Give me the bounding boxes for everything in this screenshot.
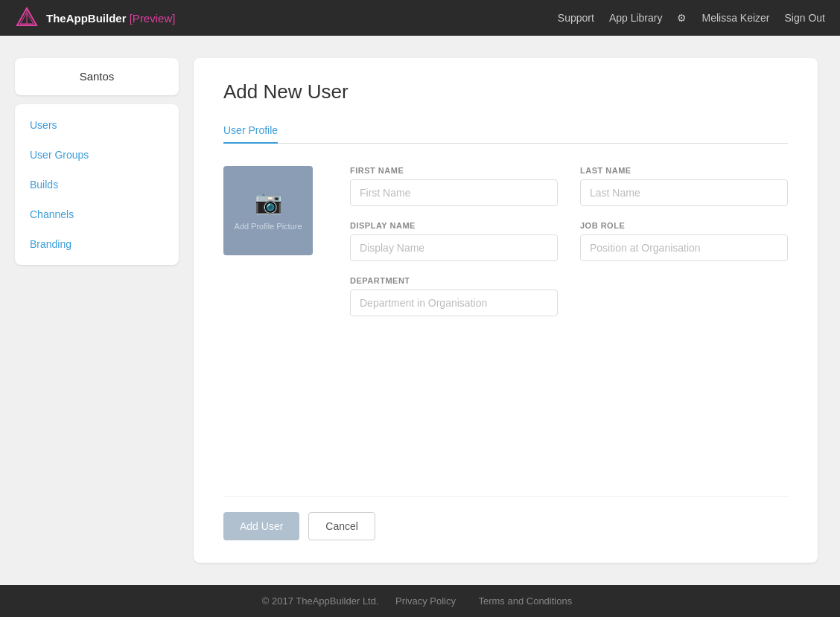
camera-icon: 📷: [255, 189, 282, 215]
header: TheAppBuilder [Preview] Support App Libr…: [0, 0, 840, 36]
tabs: User Profile: [223, 118, 788, 144]
sidebar-item-user-groups[interactable]: User Groups: [15, 140, 179, 170]
footer-copyright: © 2017 TheAppBuilder Ltd.: [262, 595, 379, 607]
sidebar-item-branding[interactable]: Branding: [15, 229, 179, 259]
department-group: DEPARTMENT: [350, 276, 558, 316]
org-name: Santos: [80, 70, 115, 83]
job-role-input[interactable]: [580, 234, 788, 261]
brand-name: TheAppBuilder [Preview]: [46, 12, 175, 25]
first-name-group: FIRST NAME: [350, 166, 558, 206]
sidebar: Santos Users User Groups Builds Channels…: [15, 58, 179, 563]
form-area: 📷 Add Profile Picture FIRST NAME LAST NA…: [223, 166, 788, 496]
profile-picture-upload[interactable]: 📷 Add Profile Picture: [223, 166, 313, 255]
sidebar-item-channels[interactable]: Channels: [15, 199, 179, 229]
button-row: Add User Cancel: [223, 496, 788, 540]
department-input[interactable]: [350, 290, 558, 316]
support-link[interactable]: Support: [558, 12, 594, 24]
department-label: DEPARTMENT: [350, 276, 558, 285]
app-library-link[interactable]: App Library: [609, 12, 663, 24]
sidebar-nav: Users User Groups Builds Channels Brandi…: [15, 104, 179, 265]
display-name-group: DISPLAY NAME: [350, 221, 558, 261]
display-name-label: DISPLAY NAME: [350, 221, 558, 230]
display-name-input[interactable]: [350, 234, 558, 261]
form-row-department: DEPARTMENT: [350, 276, 788, 316]
user-name-link[interactable]: Melissa Keizer: [701, 12, 769, 24]
last-name-group: LAST NAME: [580, 166, 788, 206]
page-title: Add New User: [223, 80, 788, 103]
header-nav: Support App Library ⚙ Melissa Keizer Sig…: [558, 12, 825, 24]
terms-link[interactable]: Terms and Conditions: [478, 595, 572, 607]
form-row-name: FIRST NAME LAST NAME: [350, 166, 788, 206]
profile-picture-area: 📷 Add Profile Picture: [223, 166, 320, 496]
sign-out-link[interactable]: Sign Out: [785, 12, 825, 24]
header-left: TheAppBuilder [Preview]: [15, 6, 175, 30]
form-row-display-job: DISPLAY NAME JOB ROLE: [350, 221, 788, 261]
add-user-button[interactable]: Add User: [223, 512, 299, 540]
job-role-group: JOB ROLE: [580, 221, 788, 261]
first-name-input[interactable]: [350, 179, 558, 206]
sidebar-item-builds[interactable]: Builds: [15, 170, 179, 199]
job-role-label: JOB ROLE: [580, 221, 788, 230]
add-profile-picture-label: Add Profile Picture: [234, 221, 302, 231]
sidebar-item-users[interactable]: Users: [15, 110, 179, 140]
first-name-label: FIRST NAME: [350, 166, 558, 175]
form-fields: FIRST NAME LAST NAME DISPLAY NAME JOB RO: [350, 166, 788, 496]
privacy-policy-link[interactable]: Privacy Policy: [395, 595, 456, 607]
department-spacer: [580, 276, 788, 316]
footer: © 2017 TheAppBuilder Ltd. Privacy Policy…: [0, 585, 840, 617]
logo-icon: [15, 6, 39, 30]
tab-user-profile[interactable]: User Profile: [223, 118, 278, 144]
last-name-label: LAST NAME: [580, 166, 788, 175]
settings-icon[interactable]: ⚙: [677, 12, 687, 24]
last-name-input[interactable]: [580, 179, 788, 206]
org-card: Santos: [15, 58, 179, 95]
content-panel: Add New User User Profile 📷 Add Profile …: [194, 58, 818, 563]
cancel-button[interactable]: Cancel: [308, 512, 375, 540]
main-content: Santos Users User Groups Builds Channels…: [0, 36, 840, 585]
